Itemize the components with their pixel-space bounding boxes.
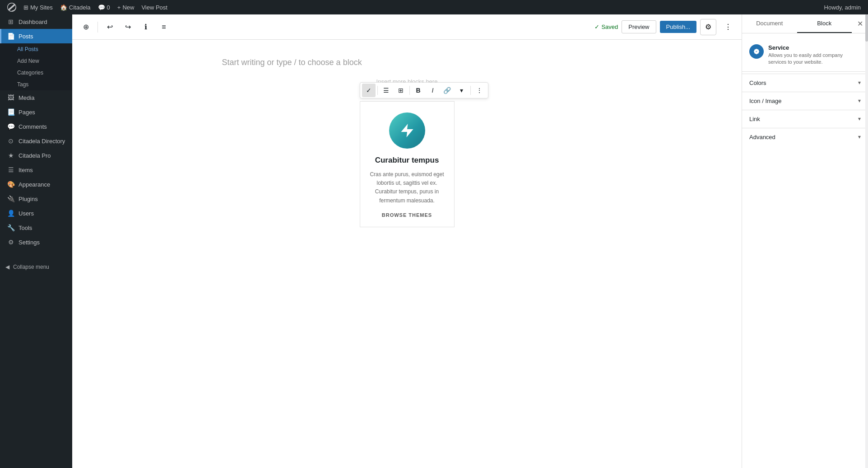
accordion-advanced-header[interactable]: Advanced ▾ — [742, 128, 868, 146]
undo-button[interactable]: ↩ — [102, 19, 118, 35]
close-icon: ✕ — [857, 19, 863, 28]
sidebar-item-items[interactable]: ☰ Items — [0, 163, 72, 177]
chevron-colors-icon: ▾ — [858, 80, 861, 86]
italic-icon: I — [432, 87, 434, 94]
grid-icon: ⊞ — [398, 87, 404, 94]
sidebar-item-appearance[interactable]: 🎨 Appearance — [0, 177, 72, 192]
comments-button[interactable]: 💬 0 — [94, 0, 114, 14]
citadela-button[interactable]: 🏠 Citadela — [56, 0, 94, 14]
accordion-icon-image: Icon / Image ▾ — [742, 92, 868, 110]
sidebar: ⊞ Dashboard 📄 Posts All Posts Add New Ca… — [0, 14, 72, 468]
sidebar-item-plugins[interactable]: 🔌 Plugins — [0, 192, 72, 206]
collapse-menu-button[interactable]: ◀ Collapse menu — [0, 260, 72, 274]
block-link-options-button[interactable]: ▾ — [455, 84, 469, 97]
plus-icon: + — [117, 4, 121, 11]
editor-placeholder: Start writing or type / to choose a bloc… — [222, 58, 592, 67]
list-icon: ☰ — [383, 87, 389, 94]
sidebar-item-posts[interactable]: 📄 Posts — [0, 29, 72, 43]
add-block-button[interactable]: ⊕ — [78, 19, 94, 35]
sidebar-item-citadela-pro[interactable]: ★ Citadela Pro — [0, 148, 72, 163]
link-icon: 🔗 — [443, 87, 451, 94]
submenu-add-new[interactable]: Add New — [0, 55, 72, 67]
bold-icon: B — [416, 87, 420, 94]
redo-button[interactable]: ↪ — [120, 19, 136, 35]
items-icon: ☰ — [7, 166, 15, 173]
right-panel: Document Block ✕ Service Allows you to e… — [742, 14, 868, 468]
citadela-pro-icon: ★ — [7, 152, 15, 159]
service-card: Curabitur tempus Cras ante purus, euismo… — [360, 101, 455, 227]
posts-icon: 📄 — [7, 33, 15, 40]
accordion-colors: Colors ▾ — [742, 74, 868, 92]
tools-icon-toolbar: ≡ — [162, 23, 166, 31]
publish-button[interactable]: Publish... — [660, 21, 696, 33]
chevron-link-icon: ▾ — [858, 116, 861, 122]
block-bold-button[interactable]: B — [412, 84, 425, 97]
tools-icon: 🔧 — [7, 224, 15, 231]
submenu-tags[interactable]: Tags — [0, 79, 72, 90]
block-toolbar-divider-2 — [409, 86, 410, 95]
block-link-button[interactable]: 🔗 — [441, 84, 454, 97]
preview-button[interactable]: Preview — [622, 20, 656, 33]
block-italic-button[interactable]: I — [426, 84, 440, 97]
submenu-all-posts[interactable]: All Posts — [0, 43, 72, 55]
redo-icon: ↪ — [125, 23, 131, 31]
more-options-button[interactable]: ⋮ — [720, 19, 736, 35]
block-toolbar: ✓ ☰ ⊞ B — [360, 82, 488, 98]
accordion-link: Link ▾ — [742, 110, 868, 128]
accordion-advanced: Advanced ▾ — [742, 128, 868, 146]
main-layout: ⊞ Dashboard 📄 Posts All Posts Add New Ca… — [0, 14, 868, 468]
users-icon: 👤 — [7, 210, 15, 217]
submenu-categories[interactable]: Categories — [0, 67, 72, 79]
sidebar-item-citadela-directory[interactable]: ⊙ Citadela Directory — [0, 134, 72, 148]
block-toolbar-divider-1 — [377, 86, 378, 95]
tab-block[interactable]: Block — [797, 14, 852, 33]
wp-logo-button[interactable] — [4, 0, 20, 14]
view-post-button[interactable]: View Post — [138, 0, 171, 14]
citadela-dir-icon: ⊙ — [7, 137, 15, 145]
sidebar-item-media[interactable]: 🖼 Media — [0, 90, 72, 105]
gear-icon: ⚙ — [705, 23, 711, 31]
block-check-button[interactable]: ✓ — [362, 84, 376, 97]
settings-button[interactable]: ⚙ — [700, 19, 716, 35]
plus-circle-icon: ⊕ — [83, 23, 89, 31]
comments-sidebar-icon: 💬 — [7, 123, 15, 130]
sidebar-item-users[interactable]: 👤 Users — [0, 206, 72, 220]
service-icon-circle — [389, 112, 425, 149]
service-card-link[interactable]: BROWSE THEMES — [369, 212, 445, 218]
sidebar-item-settings[interactable]: ⚙ Settings — [0, 235, 72, 249]
accordion-link-header[interactable]: Link ▾ — [742, 110, 868, 128]
tools-button[interactable]: ≡ — [156, 19, 172, 35]
sidebar-item-tools[interactable]: 🔧 Tools — [0, 220, 72, 235]
collapse-icon: ◀ — [5, 264, 9, 270]
block-toolbar-divider-3 — [470, 86, 471, 95]
block-list-view-button[interactable]: ☰ — [380, 84, 393, 97]
editor-content[interactable]: Start writing or type / to choose a bloc… — [72, 40, 742, 468]
editor-area: ⊕ ↩ ↪ ℹ ≡ ✓ Saved Preview — [72, 14, 742, 468]
info-button[interactable]: ℹ — [138, 19, 154, 35]
accordion-icon-image-header[interactable]: Icon / Image ▾ — [742, 92, 868, 110]
howdy-label: Howdy, admin — [821, 4, 864, 11]
chevron-down-icon: ▾ — [460, 87, 463, 94]
toolbar-right: ✓ Saved Preview Publish... ⚙ ⋮ — [594, 19, 736, 35]
settings-icon: ⚙ — [7, 239, 15, 246]
plugins-icon: 🔌 — [7, 195, 15, 202]
toolbar-separator-1 — [97, 22, 98, 33]
home-icon: 🏠 — [60, 4, 67, 11]
sidebar-item-pages[interactable]: 📃 Pages — [0, 105, 72, 119]
panel-scrollbar-thumb — [865, 14, 868, 42]
panel-header: Document Block ✕ — [742, 14, 868, 33]
accordion-colors-header[interactable]: Colors ▾ — [742, 74, 868, 92]
editor-toolbar: ⊕ ↩ ↪ ℹ ≡ ✓ Saved Preview — [72, 14, 742, 40]
block-grid-view-button[interactable]: ⊞ — [394, 84, 408, 97]
saved-status: ✓ Saved — [594, 23, 618, 30]
tab-document[interactable]: Document — [742, 14, 797, 33]
block-more-button[interactable]: ⋮ — [473, 84, 486, 97]
new-content-button[interactable]: + New — [114, 0, 138, 14]
info-icon: ℹ — [144, 23, 147, 31]
panel-scroll-area[interactable]: Service Allows you to easily add company… — [742, 33, 868, 468]
check-icon: ✓ — [594, 23, 599, 30]
sidebar-item-dashboard[interactable]: ⊞ Dashboard — [0, 14, 72, 29]
my-sites-button[interactable]: ⊞ My Sites — [20, 0, 56, 14]
sidebar-item-comments[interactable]: 💬 Comments — [0, 119, 72, 134]
posts-submenu: All Posts Add New Categories Tags — [0, 43, 72, 90]
